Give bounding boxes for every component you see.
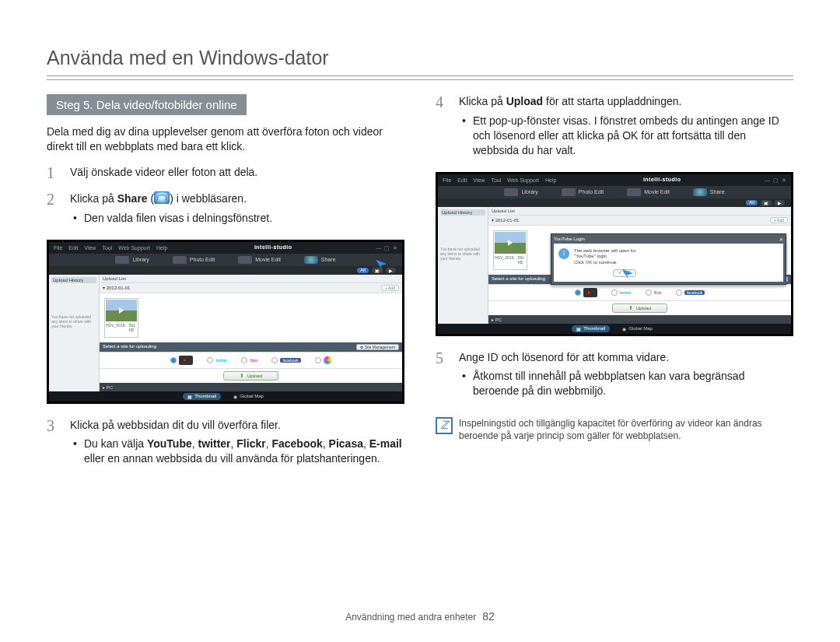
tab-library[interactable]: Library: [115, 256, 149, 264]
filter-all[interactable]: All: [357, 268, 369, 273]
step-4: 4 Klicka på Upload för att starta upplad…: [436, 94, 793, 161]
note-text: Inspelningstid och tillgänglig kapacitet…: [459, 417, 793, 442]
tab-share[interactable]: Share: [304, 256, 336, 264]
twitter-icon: twitter: [215, 358, 227, 363]
youtube-icon: [179, 356, 193, 365]
upload-date: ▾ 2012-01-01: [103, 285, 130, 291]
bullet: Åtkomst till innehåll på webbplatsen kan…: [473, 369, 793, 398]
step-5: 5 Ange ID och lösenord för att komma vid…: [436, 350, 793, 402]
share-youtube[interactable]: [575, 288, 597, 297]
share-flickr[interactable]: flickr: [241, 357, 257, 363]
view-thumbnail[interactable]: ▦ Thumbnail: [572, 325, 610, 332]
bullet: Den valda filen visas i delningsfönstret…: [84, 211, 404, 226]
share-icon: [154, 191, 170, 204]
window-controls[interactable]: —▢✕: [373, 244, 397, 251]
step-text: Ange ID och lösenord för att komma vidar…: [459, 351, 669, 363]
close-icon[interactable]: ✕: [779, 237, 783, 242]
title-divider: [47, 75, 793, 80]
step-number: 2: [47, 191, 61, 229]
upload-button[interactable]: Upload: [223, 371, 278, 381]
section-header: Steg 5. Dela video/fotobilder online: [47, 94, 247, 115]
tab-library[interactable]: Library: [504, 188, 537, 196]
upload-button[interactable]: Upload: [612, 303, 667, 313]
bold-share: Share: [117, 192, 148, 205]
tab-movie-edit[interactable]: Movie Edit: [627, 188, 670, 196]
upload-history-sidebar: Upload History You have not uploaded any…: [49, 275, 100, 391]
bold-upload: Upload: [506, 95, 543, 107]
bullet: Ett pop-up-fönster visas. I fönstret omb…: [473, 114, 793, 158]
footer: Användning med andra enheter82: [0, 610, 840, 623]
app-logo: intelli-studio: [643, 177, 681, 184]
flickr-icon: flickr: [250, 358, 257, 363]
left-column: Steg 5. Dela video/fotobilder online Del…: [47, 94, 404, 480]
share-flickr[interactable]: flickr: [646, 289, 662, 296]
tab-photo-edit[interactable]: Photo Edit: [173, 256, 215, 264]
step-number: 4: [436, 94, 450, 161]
text: för att starta uppladdningen.: [543, 95, 681, 107]
play-icon: [508, 240, 513, 246]
filter-video-icon[interactable]: ▶: [775, 200, 785, 205]
info-icon: i: [558, 248, 569, 259]
step-number: 3: [47, 418, 61, 470]
page-title: Använda med en Windows-dator: [47, 47, 793, 69]
add-button[interactable]: + Add: [770, 217, 788, 223]
step-1: 1 Välj önskade videor eller foton att de…: [47, 165, 404, 181]
note: ℤ Inspelningstid och tillgänglig kapacit…: [436, 417, 793, 442]
step-text: Välj önskade videor eller foton att dela…: [70, 165, 404, 181]
step-number: 5: [436, 350, 450, 402]
step-number: 1: [47, 165, 61, 181]
add-button[interactable]: + Add: [381, 285, 399, 291]
popup-title: YouTube Login: [554, 237, 585, 242]
video-thumbnail[interactable]: HDV_0019…591 KB: [104, 298, 138, 338]
tab-movie-edit[interactable]: Movie Edit: [238, 256, 281, 264]
text: ) i webbläsaren.: [170, 192, 247, 205]
play-icon: [119, 307, 124, 314]
site-management-button[interactable]: ✿ Site Management: [356, 344, 399, 350]
app-screenshot-popup: FileEditViewToolWeb SupportHelp intelli-…: [436, 172, 793, 336]
window-controls[interactable]: —▢✕: [761, 177, 786, 184]
view-global-map[interactable]: ◉ Global Map: [618, 325, 657, 332]
tab-share[interactable]: Share: [693, 188, 725, 196]
picasa-icon: [324, 356, 331, 364]
app-screenshot-share: FileEditViewToolWeb SupportHelp intelli-…: [47, 240, 404, 404]
share-facebook[interactable]: facebook: [676, 289, 705, 296]
view-thumbnail[interactable]: ▦ Thumbnail: [183, 393, 221, 400]
pc-row[interactable]: ▸ PC: [100, 383, 402, 391]
youtube-login-popup: YouTube Login ✕ i The web browser will o…: [551, 233, 786, 285]
share-youtube[interactable]: [170, 356, 193, 365]
share-facebook[interactable]: facebook: [271, 357, 300, 363]
share-twitter[interactable]: twitter: [611, 289, 632, 296]
filter-video-icon[interactable]: ▶: [386, 268, 396, 273]
select-site-label: Select a site for uploading: [103, 344, 156, 350]
text: Klicka på: [70, 192, 117, 205]
share-picasa[interactable]: [315, 356, 331, 364]
text: (: [148, 192, 155, 205]
upload-history-sidebar: Upload History You have not uploaded any…: [438, 207, 488, 324]
filter-photo-icon[interactable]: ▣: [761, 200, 772, 205]
text: Klicka på: [459, 95, 506, 107]
bullet: Du kan välja YouTube, twitter, Flickr, F…: [84, 437, 404, 466]
app-logo: intelli-studio: [254, 244, 292, 251]
step-text: Klicka på webbsidan dit du vill överföra…: [70, 419, 281, 431]
note-icon: ℤ: [436, 417, 453, 434]
share-twitter[interactable]: twitter: [207, 357, 227, 363]
upload-list-label: Upload List: [103, 276, 126, 281]
filter-all[interactable]: All: [746, 200, 758, 205]
view-global-map[interactable]: ◉ Global Map: [229, 393, 268, 400]
step-3: 3 Klicka på webbsidan dit du vill överfö…: [47, 418, 404, 470]
step-2: 2 Klicka på Share () i webbläsaren. Den …: [47, 191, 404, 229]
tab-photo-edit[interactable]: Photo Edit: [562, 188, 604, 196]
section-intro: Dela med dig av dina upplevelser genom a…: [47, 125, 404, 154]
app-menubar: FileEditViewToolWeb SupportHelp: [54, 244, 173, 251]
app-menubar: FileEditViewToolWeb SupportHelp: [443, 177, 562, 184]
video-thumbnail[interactable]: HDV_0019…591 KB: [493, 230, 527, 270]
right-column: 4 Klicka på Upload för att starta upplad…: [436, 94, 793, 480]
facebook-icon: facebook: [280, 358, 300, 363]
